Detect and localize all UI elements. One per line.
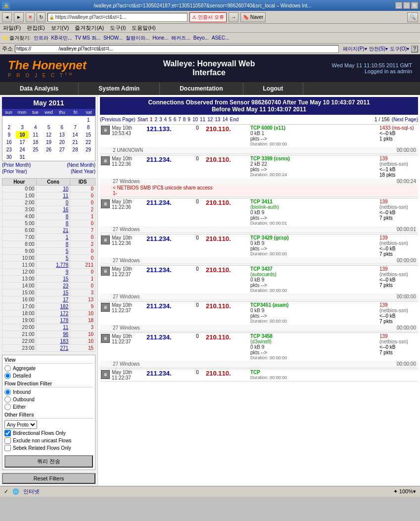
window-controls[interactable]: _ □ ✕ (395, 2, 418, 9)
forward-button[interactable]: ► (14, 12, 24, 22)
close-button[interactable]: ✕ (411, 2, 418, 9)
minimize-button[interactable]: _ (395, 2, 402, 9)
src-ip[interactable]: 211.234. (146, 266, 172, 274)
cal-day-10[interactable]: 10 (16, 131, 29, 139)
tab-data-analysis[interactable]: Data Analysis (0, 82, 79, 95)
cal-day-17[interactable]: 17 (16, 139, 29, 146)
cal-cell[interactable] (29, 153, 42, 161)
dst-ip[interactable]: 210.110. (206, 333, 231, 341)
cal-day-28[interactable]: 28 (69, 146, 82, 153)
src-ip[interactable]: 211.234. (146, 370, 172, 377)
cal-day-29[interactable]: 29 (82, 146, 95, 153)
stats-cons[interactable]: 182 (36, 303, 70, 310)
go-button[interactable]: → (229, 12, 238, 22)
cal-cell[interactable] (16, 116, 29, 124)
cal-day-15[interactable]: 15 (82, 131, 95, 139)
search-button[interactable]: 🔍 (407, 12, 418, 22)
security-warning-button[interactable]: ⚠ 인증서 오류 (189, 12, 227, 22)
stats-cons[interactable]: 11 (36, 324, 70, 331)
stats-cons[interactable]: 178 (36, 317, 70, 324)
cal-cell[interactable] (55, 153, 69, 161)
exclude-checkbox[interactable] (4, 437, 11, 444)
menu-tools[interactable]: 도구(I) (109, 24, 127, 32)
fav-kb[interactable]: KB국민... (51, 35, 72, 42)
src-ip[interactable]: 211.234. (146, 235, 172, 242)
cal-day-20[interactable]: 20 (55, 139, 69, 146)
cal-day-22[interactable]: 22 (82, 139, 95, 146)
cal-cell[interactable] (2, 116, 16, 124)
menu-file[interactable]: 파일(F) (2, 24, 22, 32)
sebek-checkbox[interactable] (4, 445, 11, 451)
zoom-level[interactable]: ✦ 100%▾ (393, 488, 416, 495)
prev-page-link[interactable]: (Previous Page) (100, 117, 136, 122)
page-3[interactable]: 3 (159, 117, 162, 122)
next-month-link[interactable]: (Next Month) (67, 162, 95, 168)
end-page-link[interactable]: End (230, 117, 239, 122)
cal-day-23[interactable]: 23 (2, 146, 16, 153)
stats-cons[interactable]: 17 (36, 296, 70, 303)
page-12[interactable]: 12 (207, 117, 213, 122)
cal-day-5[interactable]: 5 (42, 124, 55, 131)
fav-intra[interactable]: 인트라 (34, 35, 48, 42)
src-ip[interactable]: 211.234. (146, 199, 172, 206)
stats-cons[interactable]: 1 (36, 234, 70, 241)
tab-documentation[interactable]: Documentation (160, 82, 243, 95)
back-button[interactable]: ◄ (2, 12, 12, 22)
stats-cons[interactable]: 8 (36, 220, 70, 227)
cal-cell[interactable] (55, 116, 69, 124)
detailed-radio[interactable] (4, 373, 11, 379)
help-button-browser[interactable]: ? (411, 46, 418, 52)
cal-day-16[interactable]: 16 (2, 139, 16, 146)
page-2[interactable]: 2 (154, 117, 157, 122)
stats-cons[interactable]: 16 (36, 206, 70, 213)
stats-cons[interactable]: 0 (36, 199, 70, 206)
stats-cons[interactable]: 11 (36, 192, 70, 199)
prior-year-link[interactable]: (Prior Year) (2, 169, 27, 174)
stats-cons[interactable]: 1,778 (36, 262, 70, 269)
cal-cell[interactable] (82, 153, 95, 161)
cal-day-4[interactable]: 4 (29, 124, 42, 131)
stop-button[interactable]: ✕ (26, 12, 35, 22)
tab-system-admin[interactable]: System Admin (79, 82, 160, 95)
fav-cheollyom[interactable]: 철렴이와... (126, 35, 149, 42)
menu-help[interactable]: 도움말(H) (131, 24, 156, 32)
dst-ip[interactable]: 210.110. (206, 266, 231, 274)
src-ip[interactable]: 211.234. (146, 156, 172, 163)
dst-ip[interactable]: 210.110. (206, 156, 231, 163)
fav-ms[interactable]: TV MS 최... (75, 35, 100, 42)
cal-cell[interactable] (42, 116, 55, 124)
page-menu[interactable]: 페이지(P)▾ (343, 46, 367, 52)
inbound-radio[interactable] (4, 389, 11, 395)
cal-day-27[interactable]: 27 (55, 146, 69, 153)
cal-day-24[interactable]: 24 (16, 146, 29, 153)
cal-day-25[interactable]: 25 (29, 146, 42, 153)
page-13[interactable]: 13 (215, 117, 220, 122)
cal-day-2[interactable]: 2 (2, 124, 16, 131)
menu-view[interactable]: 보기(V) (50, 24, 70, 32)
fav-beyo[interactable]: Beyo... (193, 35, 209, 41)
cal-day-3[interactable]: 3 (16, 124, 29, 131)
cal-day-14[interactable]: 14 (69, 131, 82, 139)
next-page-link[interactable]: (Next Page) (392, 117, 418, 122)
src-ip[interactable]: 211.234. (146, 302, 172, 310)
page-8[interactable]: 8 (183, 117, 186, 122)
fav-asec[interactable]: ASEC... (212, 35, 230, 41)
cal-cell[interactable] (29, 116, 42, 124)
stats-cons[interactable]: 10 (36, 186, 70, 192)
stats-cons[interactable]: 8 (36, 241, 70, 248)
outbound-radio[interactable] (4, 396, 11, 403)
stats-cons[interactable]: 183 (36, 338, 70, 345)
cal-day-9[interactable]: 9 (2, 131, 16, 139)
stats-cons[interactable]: 15 (36, 276, 70, 283)
tab-logout[interactable]: Logout (243, 82, 304, 95)
cal-day-6[interactable]: 6 (55, 124, 69, 131)
stats-cons[interactable]: 172 (36, 310, 70, 317)
src-ip[interactable]: 121.133. (146, 125, 172, 133)
cal-day-19[interactable]: 19 (42, 139, 55, 146)
cal-day-21[interactable]: 21 (69, 139, 82, 146)
page-5[interactable]: 5 (169, 117, 172, 122)
cal-day-13[interactable]: 13 (55, 131, 69, 139)
maximize-button[interactable]: □ (403, 2, 410, 9)
fav-hackers[interactable]: 해커즈... (171, 35, 190, 42)
cal-cell[interactable] (42, 153, 55, 161)
